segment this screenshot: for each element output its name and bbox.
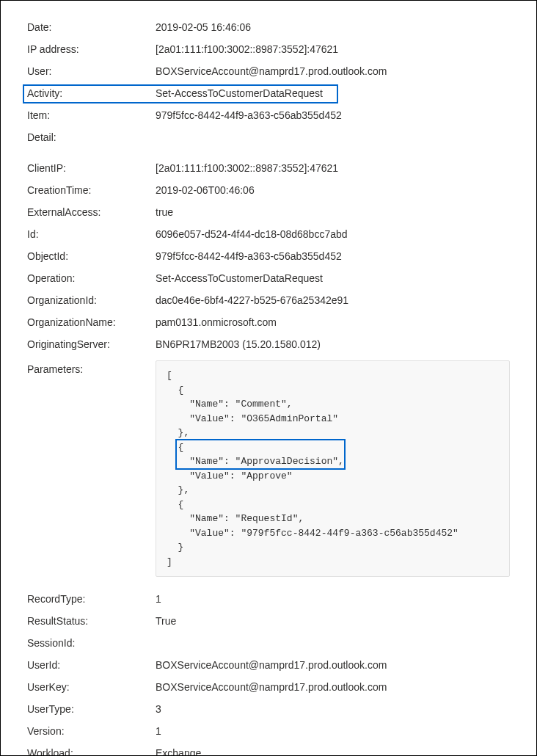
clientip-value: [2a01:111:f100:3002::8987:3552]:47621: [156, 162, 510, 174]
organizationid-row: OrganizationId: dac0e46e-6bf4-4227-b525-…: [27, 294, 510, 309]
objectid-row: ObjectId: 979f5fcc-8442-44f9-a363-c56ab3…: [27, 250, 510, 265]
sessionid-row: SessionId:: [27, 637, 510, 652]
resultstatus-row: ResultStatus: True: [27, 615, 510, 630]
detail-header-row: Detail:: [27, 131, 510, 146]
parameters-row: Parameters: [ { "Name": "Comment", "Valu…: [27, 360, 510, 577]
organizationname-label: OrganizationName:: [27, 316, 156, 328]
id-row: Id: 6096e057-d524-4f44-dc18-08d68bcc7abd: [27, 228, 510, 243]
version-row: Version: 1: [27, 725, 510, 740]
originatingserver-label: OriginatingServer:: [27, 338, 156, 350]
userkey-value: BOXServiceAccount@namprd17.prod.outlook.…: [156, 681, 510, 693]
userid-label: UserId:: [27, 659, 156, 671]
objectid-value: 979f5fcc-8442-44f9-a363-c56ab355d452: [156, 250, 510, 262]
ip-label: IP address:: [27, 43, 156, 55]
originatingserver-row: OriginatingServer: BN6PR17MB2003 (15.20.…: [27, 338, 510, 353]
resultstatus-label: ResultStatus:: [27, 615, 156, 627]
date-value: 2019-02-05 16:46:06: [156, 21, 510, 33]
organizationname-row: OrganizationName: pam0131.onmicrosoft.co…: [27, 316, 510, 331]
recordtype-row: RecordType: 1: [27, 593, 510, 608]
userid-row: UserId: BOXServiceAccount@namprd17.prod.…: [27, 659, 510, 674]
version-label: Version:: [27, 725, 156, 737]
usertype-value: 3: [156, 703, 510, 715]
user-value: BOXServiceAccount@namprd17.prod.outlook.…: [156, 65, 510, 77]
item-label: Item:: [27, 109, 156, 121]
operation-value: Set-AccessToCustomerDataRequest: [156, 272, 510, 284]
resultstatus-value: True: [156, 615, 510, 627]
creationtime-value: 2019-02-06T00:46:06: [156, 184, 510, 196]
userkey-row: UserKey: BOXServiceAccount@namprd17.prod…: [27, 681, 510, 696]
creationtime-label: CreationTime:: [27, 184, 156, 196]
operation-label: Operation:: [27, 272, 156, 284]
date-row: Date: 2019-02-05 16:46:06: [27, 21, 510, 36]
parameters-code-block: [ { "Name": "Comment", "Value": "O365Adm…: [156, 360, 510, 577]
workload-value: Exchange: [156, 747, 510, 756]
usertype-label: UserType:: [27, 703, 156, 715]
activity-value: Set-AccessToCustomerDataRequest: [156, 87, 510, 99]
organizationid-value: dac0e46e-6bf4-4227-b525-676a25342e91: [156, 294, 510, 306]
sessionid-label: SessionId:: [27, 637, 156, 649]
recordtype-label: RecordType:: [27, 593, 156, 605]
originatingserver-value: BN6PR17MB2003 (15.20.1580.012): [156, 338, 510, 350]
workload-row: Workload: Exchange: [27, 747, 510, 756]
activity-label: Activity:: [27, 87, 156, 99]
userkey-label: UserKey:: [27, 681, 156, 693]
usertype-row: UserType: 3: [27, 703, 510, 718]
parameters-label: Parameters:: [27, 360, 156, 375]
id-value: 6096e057-d524-4f44-dc18-08d68bcc7abd: [156, 228, 510, 240]
item-value: 979f5fcc-8442-44f9-a363-c56ab355d452: [156, 109, 510, 121]
detail-label: Detail:: [27, 131, 156, 143]
objectid-label: ObjectId:: [27, 250, 156, 262]
externalaccess-value: true: [156, 206, 510, 218]
organizationid-label: OrganizationId:: [27, 294, 156, 306]
id-label: Id:: [27, 228, 156, 240]
item-row: Item: 979f5fcc-8442-44f9-a363-c56ab355d4…: [27, 109, 510, 124]
clientip-label: ClientIP:: [27, 162, 156, 174]
user-label: User:: [27, 65, 156, 77]
activity-row: Activity: Set-AccessToCustomerDataReques…: [27, 87, 510, 102]
creationtime-row: CreationTime: 2019-02-06T00:46:06: [27, 184, 510, 199]
version-value: 1: [156, 725, 510, 737]
user-row: User: BOXServiceAccount@namprd17.prod.ou…: [27, 65, 510, 80]
clientip-row: ClientIP: [2a01:111:f100:3002::8987:3552…: [27, 162, 510, 177]
operation-row: Operation: Set-AccessToCustomerDataReque…: [27, 272, 510, 287]
ip-value: [2a01:111:f100:3002::8987:3552]:47621: [156, 43, 510, 55]
workload-label: Workload:: [27, 747, 156, 756]
recordtype-value: 1: [156, 593, 510, 605]
ip-row: IP address: [2a01:111:f100:3002::8987:35…: [27, 43, 510, 58]
organizationname-value: pam0131.onmicrosoft.com: [156, 316, 510, 328]
externalaccess-label: ExternalAccess:: [27, 206, 156, 218]
userid-value: BOXServiceAccount@namprd17.prod.outlook.…: [156, 659, 510, 671]
externalaccess-row: ExternalAccess: true: [27, 206, 510, 221]
date-label: Date:: [27, 21, 156, 33]
parameters-value: [ { "Name": "Comment", "Value": "O365Adm…: [167, 370, 459, 567]
